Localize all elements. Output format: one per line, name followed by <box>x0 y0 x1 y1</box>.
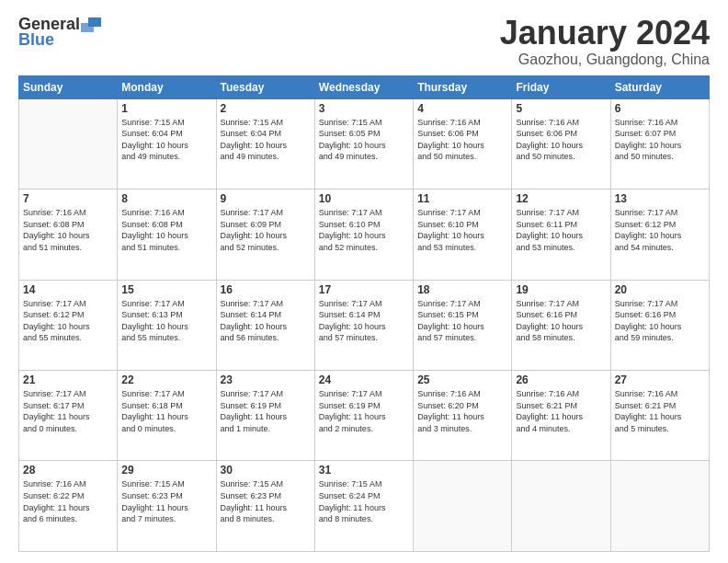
calendar-cell <box>610 461 709 552</box>
calendar-cell: 11Sunrise: 7:17 AM Sunset: 6:10 PM Dayli… <box>414 190 512 280</box>
logo: General Blue <box>18 15 101 50</box>
day-info: Sunrise: 7:17 AM Sunset: 6:12 PM Dayligh… <box>615 207 705 253</box>
calendar-cell: 1Sunrise: 7:15 AM Sunset: 6:04 PM Daylig… <box>118 98 216 189</box>
calendar-cell: 6Sunrise: 7:16 AM Sunset: 6:07 PM Daylig… <box>610 98 709 189</box>
day-info: Sunrise: 7:15 AM Sunset: 6:23 PM Dayligh… <box>221 478 311 524</box>
day-number: 4 <box>417 102 507 115</box>
calendar-cell: 10Sunrise: 7:17 AM Sunset: 6:10 PM Dayli… <box>314 190 413 280</box>
day-info: Sunrise: 7:15 AM Sunset: 6:04 PM Dayligh… <box>221 117 311 163</box>
calendar-cell: 21Sunrise: 7:17 AM Sunset: 6:17 PM Dayli… <box>19 371 118 461</box>
day-number: 23 <box>221 373 311 386</box>
day-info: Sunrise: 7:17 AM Sunset: 6:11 PM Dayligh… <box>516 207 606 253</box>
day-info: Sunrise: 7:16 AM Sunset: 6:22 PM Dayligh… <box>23 478 113 524</box>
day-number: 22 <box>121 373 211 386</box>
calendar-cell: 2Sunrise: 7:15 AM Sunset: 6:04 PM Daylig… <box>216 98 314 189</box>
day-info: Sunrise: 7:17 AM Sunset: 6:10 PM Dayligh… <box>417 207 507 253</box>
day-number: 28 <box>23 464 113 477</box>
day-number: 1 <box>121 102 211 115</box>
day-info: Sunrise: 7:15 AM Sunset: 6:23 PM Dayligh… <box>121 478 211 524</box>
day-number: 8 <box>121 192 211 205</box>
calendar-cell <box>512 461 610 552</box>
calendar-cell: 17Sunrise: 7:17 AM Sunset: 6:14 PM Dayli… <box>314 280 413 370</box>
day-number: 2 <box>221 102 311 115</box>
calendar-week-0: 1Sunrise: 7:15 AM Sunset: 6:04 PM Daylig… <box>19 98 710 189</box>
calendar-cell: 20Sunrise: 7:17 AM Sunset: 6:16 PM Dayli… <box>610 280 709 370</box>
day-info: Sunrise: 7:17 AM Sunset: 6:16 PM Dayligh… <box>516 298 606 344</box>
day-info: Sunrise: 7:16 AM Sunset: 6:08 PM Dayligh… <box>23 207 113 253</box>
day-number: 15 <box>121 283 211 296</box>
day-info: Sunrise: 7:17 AM Sunset: 6:16 PM Dayligh… <box>615 298 705 344</box>
calendar-week-4: 28Sunrise: 7:16 AM Sunset: 6:22 PM Dayli… <box>19 461 710 552</box>
logo-text-blue: Blue <box>18 30 54 50</box>
day-info: Sunrise: 7:16 AM Sunset: 6:20 PM Dayligh… <box>417 388 507 434</box>
title-block: January 2024 Gaozhou, Guangdong, China <box>500 15 710 68</box>
day-info: Sunrise: 7:17 AM Sunset: 6:13 PM Dayligh… <box>121 298 211 344</box>
weekday-header-wednesday: Wednesday <box>314 75 413 98</box>
weekday-header-sunday: Sunday <box>19 75 118 98</box>
weekday-header-tuesday: Tuesday <box>216 75 314 98</box>
day-number: 30 <box>221 464 311 477</box>
logo-icon <box>81 16 101 34</box>
day-info: Sunrise: 7:17 AM Sunset: 6:19 PM Dayligh… <box>319 388 409 434</box>
day-info: Sunrise: 7:16 AM Sunset: 6:21 PM Dayligh… <box>615 388 705 434</box>
calendar-cell: 27Sunrise: 7:16 AM Sunset: 6:21 PM Dayli… <box>610 371 709 461</box>
day-info: Sunrise: 7:16 AM Sunset: 6:21 PM Dayligh… <box>516 388 606 434</box>
day-number: 19 <box>516 283 606 296</box>
calendar-cell: 8Sunrise: 7:16 AM Sunset: 6:08 PM Daylig… <box>118 190 216 280</box>
day-number: 21 <box>23 373 113 386</box>
day-info: Sunrise: 7:15 AM Sunset: 6:04 PM Dayligh… <box>121 117 211 163</box>
day-info: Sunrise: 7:17 AM Sunset: 6:19 PM Dayligh… <box>221 388 311 434</box>
day-info: Sunrise: 7:17 AM Sunset: 6:14 PM Dayligh… <box>319 298 409 344</box>
calendar-cell <box>19 98 118 189</box>
calendar-cell: 12Sunrise: 7:17 AM Sunset: 6:11 PM Dayli… <box>512 190 610 280</box>
day-number: 16 <box>221 283 311 296</box>
day-number: 12 <box>516 192 606 205</box>
day-number: 20 <box>615 283 705 296</box>
day-info: Sunrise: 7:17 AM Sunset: 6:14 PM Dayligh… <box>221 298 311 344</box>
day-number: 13 <box>615 192 705 205</box>
calendar-cell <box>414 461 512 552</box>
calendar-cell: 7Sunrise: 7:16 AM Sunset: 6:08 PM Daylig… <box>19 190 118 280</box>
day-number: 24 <box>319 373 409 386</box>
day-info: Sunrise: 7:16 AM Sunset: 6:08 PM Dayligh… <box>121 207 211 253</box>
calendar-cell: 26Sunrise: 7:16 AM Sunset: 6:21 PM Dayli… <box>512 371 610 461</box>
day-info: Sunrise: 7:16 AM Sunset: 6:06 PM Dayligh… <box>417 117 507 163</box>
calendar-cell: 30Sunrise: 7:15 AM Sunset: 6:23 PM Dayli… <box>216 461 314 552</box>
day-number: 27 <box>615 373 705 386</box>
day-number: 11 <box>417 192 507 205</box>
calendar-cell: 19Sunrise: 7:17 AM Sunset: 6:16 PM Dayli… <box>512 280 610 370</box>
calendar-cell: 23Sunrise: 7:17 AM Sunset: 6:19 PM Dayli… <box>216 371 314 461</box>
day-number: 14 <box>23 283 113 296</box>
day-info: Sunrise: 7:17 AM Sunset: 6:10 PM Dayligh… <box>319 207 409 253</box>
calendar-cell: 24Sunrise: 7:17 AM Sunset: 6:19 PM Dayli… <box>314 371 413 461</box>
day-info: Sunrise: 7:15 AM Sunset: 6:24 PM Dayligh… <box>319 478 409 524</box>
day-info: Sunrise: 7:17 AM Sunset: 6:17 PM Dayligh… <box>23 388 113 434</box>
header: General Blue January 2024 Gaozhou, Guang… <box>18 15 710 68</box>
calendar-week-3: 21Sunrise: 7:17 AM Sunset: 6:17 PM Dayli… <box>19 371 710 461</box>
day-number: 3 <box>319 102 409 115</box>
day-number: 29 <box>121 464 211 477</box>
day-number: 10 <box>319 192 409 205</box>
weekday-header-saturday: Saturday <box>610 75 709 98</box>
weekday-header-thursday: Thursday <box>414 75 512 98</box>
calendar-cell: 29Sunrise: 7:15 AM Sunset: 6:23 PM Dayli… <box>118 461 216 552</box>
calendar-cell: 22Sunrise: 7:17 AM Sunset: 6:18 PM Dayli… <box>118 371 216 461</box>
day-number: 5 <box>516 102 606 115</box>
month-title: January 2024 <box>500 15 710 52</box>
day-info: Sunrise: 7:15 AM Sunset: 6:05 PM Dayligh… <box>319 117 409 163</box>
calendar-cell: 3Sunrise: 7:15 AM Sunset: 6:05 PM Daylig… <box>314 98 413 189</box>
day-number: 18 <box>417 283 507 296</box>
day-number: 6 <box>615 102 705 115</box>
svg-marker-1 <box>81 23 94 32</box>
calendar-cell: 31Sunrise: 7:15 AM Sunset: 6:24 PM Dayli… <box>314 461 413 552</box>
day-number: 17 <box>319 283 409 296</box>
calendar-cell: 28Sunrise: 7:16 AM Sunset: 6:22 PM Dayli… <box>19 461 118 552</box>
day-info: Sunrise: 7:17 AM Sunset: 6:18 PM Dayligh… <box>121 388 211 434</box>
calendar-cell: 4Sunrise: 7:16 AM Sunset: 6:06 PM Daylig… <box>414 98 512 189</box>
calendar-cell: 16Sunrise: 7:17 AM Sunset: 6:14 PM Dayli… <box>216 280 314 370</box>
calendar-week-2: 14Sunrise: 7:17 AM Sunset: 6:12 PM Dayli… <box>19 280 710 370</box>
calendar-cell: 15Sunrise: 7:17 AM Sunset: 6:13 PM Dayli… <box>118 280 216 370</box>
calendar-cell: 18Sunrise: 7:17 AM Sunset: 6:15 PM Dayli… <box>414 280 512 370</box>
day-number: 7 <box>23 192 113 205</box>
weekday-header-friday: Friday <box>512 75 610 98</box>
